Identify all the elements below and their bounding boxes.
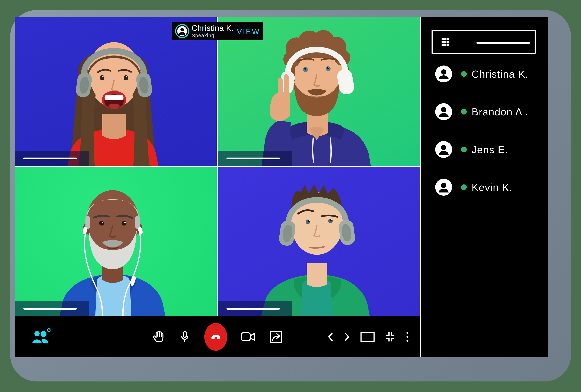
- camera-icon: [240, 331, 256, 343]
- user-avatar-icon: [435, 141, 452, 158]
- layout-title-placeholder: [476, 42, 530, 44]
- end-call-button[interactable]: [204, 323, 227, 351]
- participant-list-item[interactable]: Jens E.: [421, 139, 548, 160]
- participant-name: Christina K.: [472, 68, 528, 80]
- participant-name-band: [218, 151, 292, 166]
- collapse-icon: [384, 331, 396, 343]
- layout-switcher[interactable]: [432, 30, 536, 54]
- speaker-name: Christina K.: [192, 24, 234, 32]
- participants-button[interactable]: [30, 328, 51, 346]
- video-tile-kevin[interactable]: [218, 167, 420, 316]
- collapse-button[interactable]: [384, 331, 396, 343]
- participant-list-item[interactable]: Kevin K.: [421, 177, 548, 198]
- user-avatar-icon: [435, 179, 452, 196]
- participant-name-placeholder: [24, 308, 77, 310]
- participants-icon: [30, 328, 51, 346]
- participant-video-kevin: [218, 167, 420, 316]
- participant-name: Kevin K.: [472, 182, 512, 193]
- presence-dot: [461, 109, 467, 115]
- participant-name: Jens E.: [472, 144, 508, 156]
- participant-name-placeholder: [226, 158, 280, 159]
- previous-button[interactable]: [327, 332, 334, 342]
- participant-name-band: [218, 301, 292, 316]
- presence-dot: [461, 185, 467, 190]
- presence-dot: [461, 147, 467, 152]
- page-background: Christina K. Speaking... VIEW: [0, 0, 581, 392]
- participant-name-band: [15, 301, 89, 316]
- more-options-icon: [406, 331, 409, 342]
- next-button[interactable]: [344, 332, 351, 342]
- call-toolbar: [15, 316, 420, 357]
- more-options-button[interactable]: [406, 331, 409, 342]
- participant-name-placeholder: [226, 308, 280, 310]
- layout-rectangle-icon: [360, 332, 374, 342]
- participant-video-jens: [15, 167, 217, 316]
- raise-hand-icon: [152, 330, 165, 344]
- speaker-info: Christina K. Speaking...: [192, 24, 234, 38]
- camera-button[interactable]: [240, 331, 256, 343]
- chevron-right-icon: [344, 332, 351, 342]
- speaking-badge[interactable]: Christina K. Speaking... VIEW: [172, 22, 263, 40]
- end-call-icon: [210, 331, 222, 343]
- chevron-left-icon: [327, 332, 334, 342]
- layout-button[interactable]: [360, 332, 374, 342]
- tile-divider-horizontal: [15, 166, 420, 167]
- share-screen-icon: [270, 330, 284, 344]
- participants-sidebar: Christina K. Brandon A . Jens E.: [421, 17, 548, 357]
- microphone-button[interactable]: [178, 330, 191, 343]
- participant-list-item[interactable]: Brandon A .: [421, 101, 548, 122]
- grid-layout-icon: [441, 38, 450, 46]
- presence-dot: [461, 71, 467, 77]
- video-call-window: Christina K. Speaking... VIEW: [15, 17, 548, 357]
- speaker-avatar-icon: [175, 24, 190, 38]
- share-screen-button[interactable]: [270, 330, 284, 344]
- participant-name-placeholder: [24, 158, 77, 159]
- user-avatar-icon: [435, 103, 452, 120]
- speaker-status: Speaking...: [192, 33, 234, 38]
- microphone-icon: [178, 330, 191, 343]
- participant-list-item[interactable]: Christina K.: [421, 63, 548, 84]
- video-grid: Christina K. Speaking... VIEW: [15, 17, 420, 357]
- user-avatar-icon: [435, 65, 452, 82]
- raise-hand-button[interactable]: [152, 330, 165, 344]
- view-button[interactable]: VIEW: [237, 27, 260, 36]
- participant-name-band: [15, 151, 89, 166]
- participant-name: Brandon A .: [472, 106, 528, 118]
- video-tile-jens[interactable]: [15, 167, 217, 316]
